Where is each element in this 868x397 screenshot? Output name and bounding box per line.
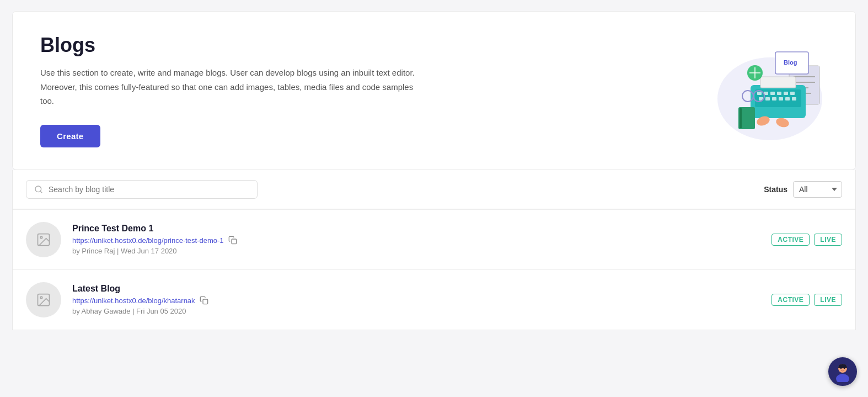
- svg-rect-12: [770, 92, 775, 95]
- svg-point-36: [40, 236, 42, 239]
- hero-text: Blogs Use this section to create, write …: [40, 34, 415, 147]
- svg-rect-14: [784, 92, 788, 95]
- copy-icon-1[interactable]: [228, 236, 237, 245]
- svg-rect-20: [785, 97, 790, 100]
- blog-meta-1: by Prince Raj | Wed Jun 17 2020: [72, 247, 760, 255]
- svg-rect-21: [792, 97, 796, 100]
- status-badge-active-1: ACTIVE: [771, 234, 810, 246]
- blog-item: Prince Test Demo 1 https://uniket.hostx0…: [13, 209, 855, 269]
- search-input-wrap: [26, 180, 258, 199]
- blog-title-2: Latest Blog: [72, 284, 760, 294]
- blog-thumbnail-2: [26, 282, 61, 317]
- status-badge-active-2: ACTIVE: [771, 294, 810, 306]
- svg-rect-40: [203, 299, 208, 304]
- blog-url-1[interactable]: https://uniket.hostx0.de/blog/prince-tes…: [72, 236, 224, 245]
- main-container: Blogs Use this section to create, write …: [12, 11, 856, 330]
- blog-title-1: Prince Test Demo 1: [72, 224, 760, 234]
- svg-rect-10: [757, 92, 762, 95]
- svg-rect-22: [760, 77, 796, 88]
- search-icon: [34, 185, 43, 194]
- svg-point-42: [836, 374, 849, 382]
- image-icon: [36, 232, 51, 247]
- svg-point-39: [40, 297, 42, 299]
- blog-meta-2: by Abhay Gawade | Fri Jun 05 2020: [72, 307, 760, 315]
- blog-url-wrap-2: https://uniket.hostx0.de/blog/khatarnak: [72, 296, 760, 305]
- status-badge-live-2: LIVE: [814, 294, 842, 306]
- hero-illustration: Blog: [673, 35, 828, 146]
- svg-rect-19: [779, 97, 783, 100]
- user-avatar[interactable]: [828, 357, 857, 386]
- blog-list: Prince Test Demo 1 https://uniket.hostx0…: [12, 209, 856, 330]
- svg-line-34: [40, 191, 42, 193]
- page-description: Use this section to create, write and ma…: [40, 66, 415, 108]
- blog-thumbnail-1: [26, 222, 61, 257]
- create-button[interactable]: Create: [40, 125, 100, 147]
- search-bar: Status All Active Inactive Draft: [12, 170, 856, 209]
- blog-badges-2: ACTIVE LIVE: [771, 294, 842, 306]
- svg-rect-37: [232, 239, 237, 244]
- blog-info-2: Latest Blog https://uniket.hostx0.de/blo…: [72, 284, 760, 315]
- blog-url-wrap-1: https://uniket.hostx0.de/blog/prince-tes…: [72, 236, 760, 245]
- blog-info-1: Prince Test Demo 1 https://uniket.hostx0…: [72, 224, 760, 255]
- image-icon-2: [36, 292, 51, 308]
- blog-item-2: Latest Blog https://uniket.hostx0.de/blo…: [13, 269, 855, 330]
- page-title: Blogs: [40, 34, 415, 57]
- svg-point-44: [844, 368, 845, 369]
- svg-rect-13: [777, 92, 781, 95]
- svg-point-43: [840, 368, 842, 369]
- hero-card: Blogs Use this section to create, write …: [12, 11, 856, 170]
- svg-rect-17: [765, 97, 770, 100]
- svg-rect-26: [740, 108, 742, 128]
- status-badge-live-1: LIVE: [814, 234, 842, 246]
- svg-rect-15: [790, 92, 795, 95]
- status-select[interactable]: All Active Inactive Draft: [793, 181, 842, 198]
- search-input[interactable]: [49, 185, 249, 194]
- avatar-icon: [832, 361, 853, 382]
- filter-wrap: Status All Active Inactive Draft: [764, 181, 842, 198]
- svg-rect-18: [772, 97, 776, 100]
- blog-badges-1: ACTIVE LIVE: [771, 234, 842, 246]
- blog-url-2[interactable]: https://uniket.hostx0.de/blog/khatarnak: [72, 297, 195, 305]
- status-filter-label: Status: [764, 185, 787, 194]
- svg-text:Blog: Blog: [784, 59, 797, 66]
- copy-icon-2[interactable]: [200, 296, 208, 305]
